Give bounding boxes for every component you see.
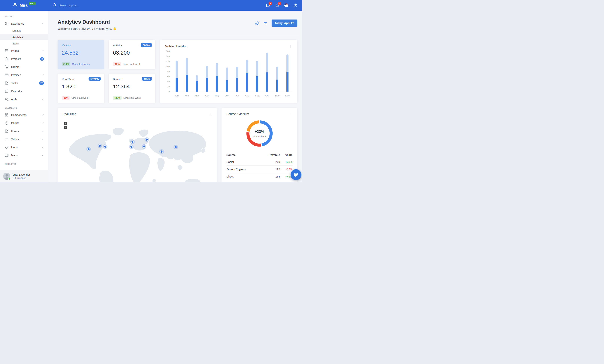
- sidebar-item-auth[interactable]: Auth: [0, 95, 48, 103]
- language-flag-us[interactable]: [284, 3, 288, 7]
- sidebar-item-tasks[interactable]: Tasks17: [0, 79, 48, 87]
- bar-apr[interactable]: [202, 51, 212, 92]
- chevron-down-icon: [41, 122, 44, 125]
- table-row-social: Social260+35%: [226, 158, 292, 166]
- bar-nov[interactable]: [272, 51, 282, 92]
- bar-aug[interactable]: [242, 51, 252, 92]
- map-marker[interactable]: [130, 139, 135, 144]
- notifications-button[interactable]: 7: [275, 3, 279, 8]
- sidebar-item-dashboard[interactable]: Dashboard: [0, 20, 48, 28]
- y-tick-label: 160: [166, 50, 170, 53]
- sidebar-item-components[interactable]: Components: [0, 111, 48, 119]
- sidebar-subitem-default[interactable]: Default: [0, 28, 48, 34]
- stat-value: 63.200: [113, 50, 151, 56]
- cell-revenue: 260: [260, 158, 280, 166]
- sidebar-item-tables[interactable]: Tables: [0, 135, 48, 143]
- donut-chart: +23% new visitors: [244, 118, 275, 149]
- bar-jul[interactable]: [232, 51, 242, 92]
- map-marker[interactable]: [98, 144, 102, 148]
- sidebar-item-label: Dashboard: [11, 22, 39, 25]
- y-tick-label: 0: [168, 90, 170, 93]
- map-marker[interactable]: [87, 147, 91, 151]
- map-icon: [5, 153, 8, 157]
- briefcase-icon: [5, 57, 8, 61]
- welcome-text: Welcome back, Lucy! We've missed you. 👋: [58, 27, 116, 31]
- stat-caption: Since last week: [123, 63, 140, 65]
- sidebar-section-label: PAGES: [0, 12, 48, 20]
- stat-card-visitors: Visitors24.532+14%Since last week: [58, 40, 104, 69]
- sidebar-item-label: Invoices: [11, 74, 39, 76]
- map-zoom-out-button[interactable]: −: [64, 126, 67, 129]
- grid-icon: [5, 113, 8, 117]
- sidebar-item-pages[interactable]: Pages: [0, 47, 48, 55]
- sidebar-subitem-saas[interactable]: SaaS: [0, 40, 48, 47]
- period-badge[interactable]: Monthly: [88, 77, 101, 81]
- cell-source: Search Engines: [226, 166, 260, 173]
- bar-feb[interactable]: [182, 51, 192, 92]
- filter-icon[interactable]: [264, 21, 267, 25]
- layout-icon: [5, 49, 8, 52]
- table-row-direct: Direct164+46%: [226, 173, 292, 180]
- bar-oct[interactable]: [262, 51, 272, 92]
- theme-settings-fab[interactable]: [290, 169, 302, 180]
- sidebar-subitem-analytics[interactable]: Analytics: [0, 34, 48, 40]
- bar-dec[interactable]: [282, 51, 292, 92]
- sidebar-item-forms[interactable]: Forms: [0, 127, 48, 135]
- sidebar-item-maps[interactable]: Maps: [0, 151, 48, 159]
- sidebar-item-icons[interactable]: Icons: [0, 143, 48, 151]
- date-range-button[interactable]: Today: April 29: [272, 20, 297, 27]
- period-badge[interactable]: Annual: [141, 43, 152, 47]
- count-badge: 8: [40, 57, 44, 61]
- map-menu-dots-icon[interactable]: [209, 113, 212, 116]
- search-input[interactable]: [59, 4, 102, 7]
- donut-center-label: +23% new visitors: [244, 118, 275, 149]
- table-row-search-engines: Search Engines125-12%: [226, 166, 292, 173]
- sidebar-user[interactable]: Lucy Lavender UX Designer: [0, 170, 48, 182]
- delta-badge: -12%: [113, 62, 121, 66]
- sidebar-item-label: Maps: [11, 154, 39, 157]
- x-tick-label: Oct: [262, 94, 272, 97]
- map-marker[interactable]: [129, 144, 134, 149]
- sidebar: PAGESDashboardDefaultAnalyticsSaaSPagesP…: [0, 11, 48, 182]
- map-marker[interactable]: [103, 144, 107, 149]
- y-tick-label: 120: [166, 60, 170, 63]
- source-menu-dots-icon[interactable]: [289, 113, 292, 116]
- top-navbar: Mira PRO 3 7: [0, 0, 302, 11]
- map-zoom-in-button[interactable]: +: [64, 122, 67, 125]
- sidebar-item-projects[interactable]: Projects8: [0, 55, 48, 63]
- pie-chart-icon: [5, 121, 8, 125]
- bar-may[interactable]: [212, 51, 222, 92]
- stats-grid: Visitors24.532+14%Since last weekActivit…: [58, 40, 155, 103]
- bar-mar[interactable]: [192, 51, 202, 92]
- brand[interactable]: Mira PRO: [13, 3, 36, 8]
- period-badge[interactable]: Yearly: [142, 77, 152, 81]
- sidebar-item-charts[interactable]: Charts: [0, 119, 48, 127]
- chart-menu-dots-icon[interactable]: [289, 45, 292, 48]
- avatar: [3, 173, 10, 180]
- messages-button[interactable]: 3: [266, 3, 270, 8]
- map-marker[interactable]: [159, 149, 164, 154]
- col-value: Value: [280, 152, 292, 158]
- sidebar-item-label: Calendar: [11, 90, 44, 93]
- logout-button[interactable]: [293, 3, 298, 8]
- sidebar-item-calendar[interactable]: Calendar: [0, 87, 48, 95]
- sidebar-nav: PAGESDashboardDefaultAnalyticsSaaSPagesP…: [0, 11, 48, 167]
- mobile-desktop-card: Mobile / Desktop 020406080100120140160 J…: [160, 40, 297, 103]
- navbar-search: [52, 3, 102, 8]
- cell-revenue: 164: [260, 173, 280, 180]
- heart-icon: [5, 145, 8, 149]
- bar-jan[interactable]: [172, 51, 182, 92]
- chevron-down-icon: [41, 74, 44, 76]
- bar-sep[interactable]: [252, 51, 262, 92]
- map-marker[interactable]: [174, 145, 178, 149]
- stat-value: 1.320: [62, 84, 100, 90]
- bar-chart-x-axis: JanFebMarAprMayJunJulAugSepOctNovDec: [172, 94, 292, 97]
- map-marker[interactable]: [142, 144, 146, 149]
- refresh-icon[interactable]: [255, 21, 259, 25]
- sidebar-item-invoices[interactable]: Invoices: [0, 71, 48, 79]
- bar-jun[interactable]: [222, 51, 232, 92]
- check-square-icon: [5, 129, 8, 133]
- sidebar-item-orders[interactable]: Orders: [0, 63, 48, 71]
- map-marker[interactable]: [145, 137, 149, 142]
- cart-icon: [5, 65, 8, 69]
